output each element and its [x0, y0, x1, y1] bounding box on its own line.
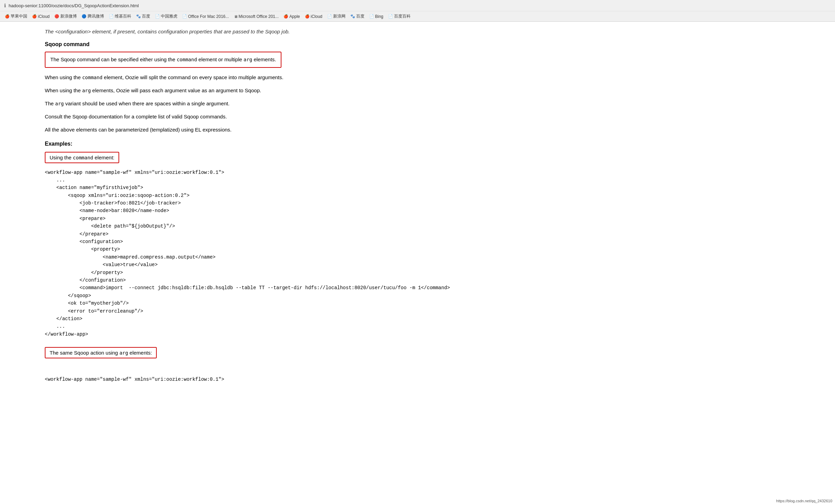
code-block-2: <workflow-app name="sample-wf" xmlns="ur… [45, 368, 790, 384]
same-sqoop-box: The same Sqoop action using arg elements… [45, 347, 157, 358]
bookmark-ms-office[interactable]: 🖥 Microsoft Office 201... [232, 13, 281, 20]
bookmark-weibo-qq[interactable]: 🔵 腾讯微博 [80, 13, 106, 20]
browser-chrome: ℹ hadoop-senior:11000/oozie/docs/DG_Sqoo… [0, 0, 835, 22]
bookmark-label: Microsoft Office 201... [239, 14, 279, 19]
bookmark-icloud-2[interactable]: 🍎 iCloud [303, 13, 324, 20]
bookmark-label: iCloud [311, 14, 322, 19]
baidu-baike-icon: 📄 [388, 14, 393, 19]
bookmark-apple[interactable]: 🍎 Apple [281, 13, 302, 20]
code-block-1: <workflow-app name="sample-wf" xmlns="ur… [45, 169, 790, 338]
bookmark-label: 苹果中国 [11, 13, 27, 19]
bookmark-label: 百度百科 [394, 13, 411, 19]
bookmark-label: Bing [375, 14, 383, 19]
icloud-icon-2: 🍎 [305, 14, 310, 19]
paragraph-4: Consult the Sqoop documentation for a co… [45, 113, 790, 121]
weibo-qq-icon: 🔵 [82, 14, 86, 19]
weibo-sina-icon: 🔴 [54, 14, 59, 19]
paragraph-1: When using the command element, Oozie wi… [45, 73, 790, 82]
bing-icon: 📄 [369, 14, 374, 19]
baidu-icon-1: 🐾 [136, 14, 141, 19]
bookmark-bing[interactable]: 📄 Bing [367, 13, 385, 20]
title-bar: ℹ hadoop-senior:11000/oozie/docs/DG_Sqoo… [0, 0, 835, 11]
info-icon: ℹ [4, 3, 6, 8]
paragraph-3: The arg variant should be used when ther… [45, 99, 790, 108]
using-command-text: Using the command element: [50, 155, 114, 160]
bookmark-icloud-1[interactable]: 🍎 iCloud [30, 13, 52, 20]
bookmark-office-mac[interactable]: 📄 Office For Mac 2016... [180, 13, 231, 20]
bookmark-label: Apple [289, 14, 300, 19]
apple-china-icon: 🍎 [5, 14, 10, 19]
bookmark-label: 维基百科 [115, 13, 131, 19]
icloud-icon-1: 🍎 [32, 14, 37, 19]
url-text: hadoop-senior:11000/oozie/docs/DG_SqoopA… [9, 3, 139, 8]
bookmark-baidu-1[interactable]: 🐾 百度 [134, 13, 152, 20]
bookmark-baidu-2[interactable]: 🐾 百度 [348, 13, 367, 20]
bookmark-wikipedia[interactable]: 📄 维基百科 [107, 13, 133, 20]
wikipedia-icon: 📄 [109, 14, 114, 19]
bookmark-label: 新浪网 [333, 13, 346, 19]
examples-heading: Examples: [45, 141, 790, 147]
paragraph-5: All the above elements can be parameteri… [45, 126, 790, 134]
bookmark-baidu-baike[interactable]: 📄 百度百科 [386, 13, 413, 20]
top-note: The <configuration> element, if present,… [45, 29, 790, 34]
baidu-icon-2: 🐾 [350, 14, 355, 19]
yahoo-china-icon: 📄 [155, 14, 160, 19]
bookmark-label: Office For Mac 2016... [188, 14, 229, 19]
bookmark-label: 新浪微博 [60, 13, 77, 19]
same-sqoop-text: The same Sqoop action using arg elements… [50, 350, 152, 356]
bookmark-weibo-sina[interactable]: 🔴 新浪微博 [52, 13, 79, 20]
sina-icon: 📄 [327, 14, 332, 19]
bookmark-label: 百度 [356, 13, 364, 19]
bookmark-label: 百度 [142, 13, 150, 19]
paragraph-2: When using the arg elements, Oozie will … [45, 86, 790, 95]
bookmark-label: 中国雅虎 [161, 13, 177, 19]
using-command-box: Using the command element: [45, 152, 119, 163]
bookmark-yahoo-china[interactable]: 📄 中国雅虎 [153, 13, 179, 20]
office-mac-icon: 📄 [182, 14, 187, 19]
bookmarks-bar: 🍎 苹果中国 🍎 iCloud 🔴 新浪微博 🔵 腾讯微博 📄 维基百科 🐾 百… [0, 11, 835, 21]
bookmark-sina[interactable]: 📄 新浪网 [325, 13, 348, 20]
apple-icon: 🍎 [284, 14, 288, 19]
bookmark-label: iCloud [38, 14, 50, 19]
highlighted-sentence-text: The Sqoop command can be specified eithe… [50, 56, 276, 62]
ms-office-icon: 🖥 [234, 14, 238, 19]
highlighted-sentence-box: The Sqoop command can be specified eithe… [45, 52, 281, 68]
bookmark-label: 腾讯微博 [87, 13, 104, 19]
sqoop-command-heading: Sqoop command [45, 41, 790, 48]
page-content: The <configuration> element, if present,… [0, 22, 835, 403]
bookmark-apple-china[interactable]: 🍎 苹果中国 [3, 13, 29, 20]
